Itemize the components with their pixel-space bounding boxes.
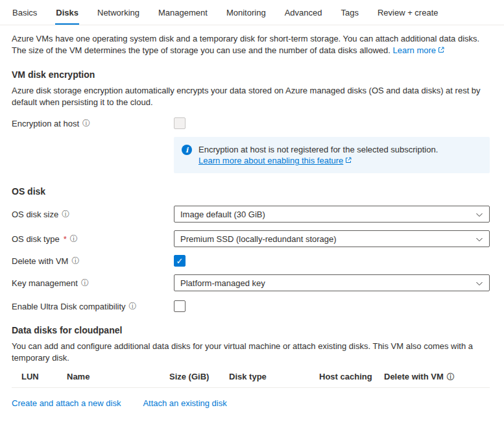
column-lun: LUN [12,372,67,381]
info-banner-body: Encryption at host is not registered for… [198,144,438,166]
column-name: Name [67,372,169,381]
info-icon[interactable]: ⓘ [447,373,455,381]
data-disks-table-header: LUN Name Size (GiB) Disk type Host cachi… [12,372,490,381]
info-banner: i Encryption at host is not registered f… [174,137,490,173]
ultra-disk-checkbox[interactable] [174,300,186,312]
encryption-at-host-checkbox[interactable] [174,117,186,129]
delete-with-vm-label: Delete with VM ⓘ [12,256,174,266]
banner-learn-more-link[interactable]: Learn more about enabling this feature [198,156,352,165]
learn-more-link[interactable]: Learn more [393,45,444,55]
tab-review-create[interactable]: Review + create [377,6,439,25]
data-disks-description: You can add and configure additional dat… [12,341,490,364]
intro-text: Azure VMs have one operating system disk… [12,33,490,56]
ultra-disk-row: Enable Ultra Disk compatibility ⓘ [12,300,490,312]
attach-existing-disk-link[interactable]: Attach an existing disk [143,398,226,408]
tab-bar: Basics Disks Networking Management Monit… [0,0,504,25]
column-delete-with-vm: Delete with VMⓘ [384,372,490,381]
tab-monitoring[interactable]: Monitoring [226,6,267,25]
tab-tags[interactable]: Tags [340,6,359,25]
os-disk-type-value: Premium SSD (locally-redundant storage) [180,234,337,244]
key-management-row: Key management ⓘ Platform-managed key [12,274,490,291]
chevron-down-icon [475,280,483,289]
key-management-dropdown[interactable]: Platform-managed key [174,274,490,291]
tab-basics[interactable]: Basics [12,6,38,25]
encryption-at-host-label: Encryption at host ⓘ [12,119,174,128]
key-management-value: Platform-managed key [180,278,265,288]
info-icon[interactable]: ⓘ [129,302,137,310]
key-management-label: Key management ⓘ [12,278,174,288]
external-link-icon [345,155,352,166]
os-disk-size-row: OS disk size ⓘ Image default (30 GiB) [12,206,490,223]
external-link-icon [438,45,444,56]
table-divider [12,387,490,388]
info-icon[interactable]: ⓘ [62,210,69,218]
os-disk-size-dropdown[interactable]: Image default (30 GiB) [174,206,490,223]
info-icon[interactable]: ⓘ [71,257,79,265]
ultra-disk-label: Enable Ultra Disk compatibility ⓘ [12,302,174,311]
delete-with-vm-checkbox[interactable] [174,255,186,267]
tab-advanced[interactable]: Advanced [284,6,323,25]
os-disk-type-dropdown[interactable]: Premium SSD (locally-redundant storage) [174,230,490,247]
os-disk-type-row: OS disk type * ⓘ Premium SSD (locally-re… [12,230,490,247]
tab-disks[interactable]: Disks [55,6,79,25]
tab-management[interactable]: Management [158,6,208,25]
info-icon[interactable]: ⓘ [81,279,89,287]
chevron-down-icon [475,235,483,245]
disks-tab-content: Azure VMs have one operating system disk… [0,33,504,408]
os-disk-size-label: OS disk size ⓘ [12,210,174,219]
info-banner-message: Encryption at host is not registered for… [198,144,438,155]
tab-networking[interactable]: Networking [97,6,140,25]
info-filled-icon: i [182,145,192,155]
required-marker: * [64,234,67,244]
os-disk-heading: OS disk [12,186,490,197]
info-icon[interactable]: ⓘ [70,235,78,243]
column-disk-type: Disk type [229,372,319,381]
vm-disk-encryption-description: Azure disk storage encryption automatica… [12,85,490,108]
data-disk-actions: Create and attach a new disk Attach an e… [12,398,490,408]
delete-with-vm-row: Delete with VM ⓘ [12,255,490,267]
create-attach-new-disk-link[interactable]: Create and attach a new disk [12,398,121,408]
os-disk-type-label: OS disk type * ⓘ [12,234,174,244]
vm-disk-encryption-heading: VM disk encryption [12,69,490,80]
info-icon[interactable]: ⓘ [82,119,90,127]
chevron-down-icon [475,211,483,221]
os-disk-size-value: Image default (30 GiB) [180,210,265,219]
column-size: Size (GiB) [169,372,229,381]
data-disks-heading: Data disks for cloudpanel [12,325,490,335]
encryption-at-host-row: Encryption at host ⓘ [12,117,490,129]
column-host-caching: Host caching [319,372,384,381]
